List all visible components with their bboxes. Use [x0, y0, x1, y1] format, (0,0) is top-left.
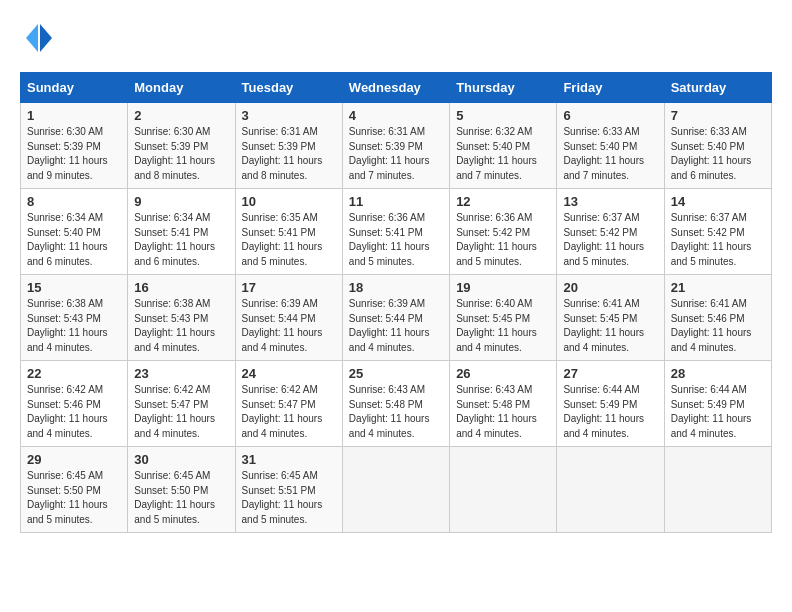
day-number: 23: [134, 366, 228, 381]
cell-info: Sunrise: 6:33 AMSunset: 5:40 PMDaylight:…: [671, 126, 752, 181]
col-header-monday: Monday: [128, 73, 235, 103]
day-number: 4: [349, 108, 443, 123]
calendar-cell: 31 Sunrise: 6:45 AMSunset: 5:51 PMDaylig…: [235, 447, 342, 533]
svg-marker-1: [26, 24, 38, 52]
calendar-cell: 2 Sunrise: 6:30 AMSunset: 5:39 PMDayligh…: [128, 103, 235, 189]
day-number: 21: [671, 280, 765, 295]
calendar-cell: 15 Sunrise: 6:38 AMSunset: 5:43 PMDaylig…: [21, 275, 128, 361]
cell-info: Sunrise: 6:43 AMSunset: 5:48 PMDaylight:…: [349, 384, 430, 439]
cell-info: Sunrise: 6:37 AMSunset: 5:42 PMDaylight:…: [563, 212, 644, 267]
calendar-table: SundayMondayTuesdayWednesdayThursdayFrid…: [20, 72, 772, 533]
calendar-cell: 23 Sunrise: 6:42 AMSunset: 5:47 PMDaylig…: [128, 361, 235, 447]
calendar-cell: [450, 447, 557, 533]
day-number: 24: [242, 366, 336, 381]
day-number: 26: [456, 366, 550, 381]
calendar-cell: 25 Sunrise: 6:43 AMSunset: 5:48 PMDaylig…: [342, 361, 449, 447]
cell-info: Sunrise: 6:33 AMSunset: 5:40 PMDaylight:…: [563, 126, 644, 181]
day-number: 2: [134, 108, 228, 123]
cell-info: Sunrise: 6:45 AMSunset: 5:50 PMDaylight:…: [134, 470, 215, 525]
day-number: 13: [563, 194, 657, 209]
cell-info: Sunrise: 6:37 AMSunset: 5:42 PMDaylight:…: [671, 212, 752, 267]
col-header-saturday: Saturday: [664, 73, 771, 103]
cell-info: Sunrise: 6:45 AMSunset: 5:51 PMDaylight:…: [242, 470, 323, 525]
calendar-cell: 30 Sunrise: 6:45 AMSunset: 5:50 PMDaylig…: [128, 447, 235, 533]
cell-info: Sunrise: 6:30 AMSunset: 5:39 PMDaylight:…: [27, 126, 108, 181]
cell-info: Sunrise: 6:39 AMSunset: 5:44 PMDaylight:…: [349, 298, 430, 353]
page-header: [20, 20, 772, 56]
day-number: 18: [349, 280, 443, 295]
logo: [20, 20, 62, 56]
calendar-cell: 27 Sunrise: 6:44 AMSunset: 5:49 PMDaylig…: [557, 361, 664, 447]
day-number: 5: [456, 108, 550, 123]
col-header-thursday: Thursday: [450, 73, 557, 103]
day-number: 27: [563, 366, 657, 381]
cell-info: Sunrise: 6:44 AMSunset: 5:49 PMDaylight:…: [671, 384, 752, 439]
day-number: 20: [563, 280, 657, 295]
day-number: 6: [563, 108, 657, 123]
svg-marker-0: [40, 24, 52, 52]
cell-info: Sunrise: 6:32 AMSunset: 5:40 PMDaylight:…: [456, 126, 537, 181]
col-header-sunday: Sunday: [21, 73, 128, 103]
day-number: 16: [134, 280, 228, 295]
col-header-tuesday: Tuesday: [235, 73, 342, 103]
day-number: 15: [27, 280, 121, 295]
day-number: 22: [27, 366, 121, 381]
calendar-cell: 6 Sunrise: 6:33 AMSunset: 5:40 PMDayligh…: [557, 103, 664, 189]
day-number: 1: [27, 108, 121, 123]
cell-info: Sunrise: 6:34 AMSunset: 5:40 PMDaylight:…: [27, 212, 108, 267]
calendar-cell: 29 Sunrise: 6:45 AMSunset: 5:50 PMDaylig…: [21, 447, 128, 533]
calendar-cell: 10 Sunrise: 6:35 AMSunset: 5:41 PMDaylig…: [235, 189, 342, 275]
day-number: 14: [671, 194, 765, 209]
cell-info: Sunrise: 6:41 AMSunset: 5:45 PMDaylight:…: [563, 298, 644, 353]
calendar-cell: 26 Sunrise: 6:43 AMSunset: 5:48 PMDaylig…: [450, 361, 557, 447]
calendar-cell: 3 Sunrise: 6:31 AMSunset: 5:39 PMDayligh…: [235, 103, 342, 189]
calendar-cell: 11 Sunrise: 6:36 AMSunset: 5:41 PMDaylig…: [342, 189, 449, 275]
cell-info: Sunrise: 6:42 AMSunset: 5:46 PMDaylight:…: [27, 384, 108, 439]
calendar-cell: 7 Sunrise: 6:33 AMSunset: 5:40 PMDayligh…: [664, 103, 771, 189]
day-number: 9: [134, 194, 228, 209]
calendar-cell: [342, 447, 449, 533]
day-number: 25: [349, 366, 443, 381]
col-header-friday: Friday: [557, 73, 664, 103]
calendar-cell: 24 Sunrise: 6:42 AMSunset: 5:47 PMDaylig…: [235, 361, 342, 447]
calendar-cell: 9 Sunrise: 6:34 AMSunset: 5:41 PMDayligh…: [128, 189, 235, 275]
day-number: 11: [349, 194, 443, 209]
calendar-cell: 1 Sunrise: 6:30 AMSunset: 5:39 PMDayligh…: [21, 103, 128, 189]
day-number: 19: [456, 280, 550, 295]
cell-info: Sunrise: 6:42 AMSunset: 5:47 PMDaylight:…: [242, 384, 323, 439]
cell-info: Sunrise: 6:36 AMSunset: 5:42 PMDaylight:…: [456, 212, 537, 267]
day-number: 30: [134, 452, 228, 467]
calendar-cell: [664, 447, 771, 533]
calendar-cell: 20 Sunrise: 6:41 AMSunset: 5:45 PMDaylig…: [557, 275, 664, 361]
day-number: 8: [27, 194, 121, 209]
calendar-cell: 14 Sunrise: 6:37 AMSunset: 5:42 PMDaylig…: [664, 189, 771, 275]
day-number: 28: [671, 366, 765, 381]
cell-info: Sunrise: 6:41 AMSunset: 5:46 PMDaylight:…: [671, 298, 752, 353]
calendar-cell: [557, 447, 664, 533]
day-number: 29: [27, 452, 121, 467]
logo-icon: [20, 20, 56, 56]
cell-info: Sunrise: 6:43 AMSunset: 5:48 PMDaylight:…: [456, 384, 537, 439]
calendar-cell: 22 Sunrise: 6:42 AMSunset: 5:46 PMDaylig…: [21, 361, 128, 447]
day-number: 17: [242, 280, 336, 295]
calendar-cell: 4 Sunrise: 6:31 AMSunset: 5:39 PMDayligh…: [342, 103, 449, 189]
cell-info: Sunrise: 6:38 AMSunset: 5:43 PMDaylight:…: [134, 298, 215, 353]
cell-info: Sunrise: 6:36 AMSunset: 5:41 PMDaylight:…: [349, 212, 430, 267]
calendar-cell: 12 Sunrise: 6:36 AMSunset: 5:42 PMDaylig…: [450, 189, 557, 275]
calendar-cell: 19 Sunrise: 6:40 AMSunset: 5:45 PMDaylig…: [450, 275, 557, 361]
cell-info: Sunrise: 6:42 AMSunset: 5:47 PMDaylight:…: [134, 384, 215, 439]
cell-info: Sunrise: 6:31 AMSunset: 5:39 PMDaylight:…: [242, 126, 323, 181]
day-number: 10: [242, 194, 336, 209]
calendar-cell: 28 Sunrise: 6:44 AMSunset: 5:49 PMDaylig…: [664, 361, 771, 447]
day-number: 3: [242, 108, 336, 123]
cell-info: Sunrise: 6:30 AMSunset: 5:39 PMDaylight:…: [134, 126, 215, 181]
cell-info: Sunrise: 6:34 AMSunset: 5:41 PMDaylight:…: [134, 212, 215, 267]
day-number: 31: [242, 452, 336, 467]
day-number: 12: [456, 194, 550, 209]
cell-info: Sunrise: 6:35 AMSunset: 5:41 PMDaylight:…: [242, 212, 323, 267]
calendar-cell: 21 Sunrise: 6:41 AMSunset: 5:46 PMDaylig…: [664, 275, 771, 361]
calendar-cell: 13 Sunrise: 6:37 AMSunset: 5:42 PMDaylig…: [557, 189, 664, 275]
calendar-cell: 8 Sunrise: 6:34 AMSunset: 5:40 PMDayligh…: [21, 189, 128, 275]
cell-info: Sunrise: 6:40 AMSunset: 5:45 PMDaylight:…: [456, 298, 537, 353]
cell-info: Sunrise: 6:39 AMSunset: 5:44 PMDaylight:…: [242, 298, 323, 353]
